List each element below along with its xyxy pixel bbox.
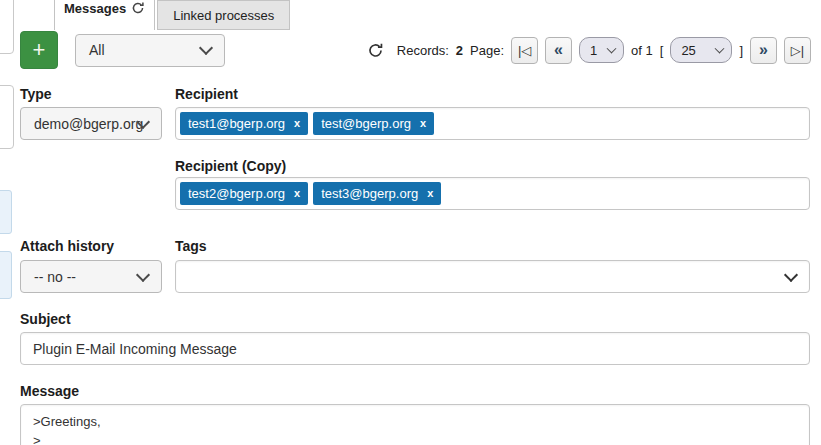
prev-page-icon: « <box>554 41 563 59</box>
tags-label: Tags <box>175 238 207 254</box>
tab-linked-processes-label: Linked processes <box>173 8 274 23</box>
recipient-copy-label: Recipient (Copy) <box>175 158 286 174</box>
page-select-value: 1 <box>590 43 597 58</box>
tab-messages-label: Messages <box>64 1 126 16</box>
chevron-down-icon <box>715 44 725 54</box>
prev-page-button[interactable]: « <box>545 37 572 64</box>
left-panel-fragment <box>0 190 12 234</box>
first-page-icon: |◁ <box>518 43 531 58</box>
recipient-copy-field[interactable]: test2@bgerp.org x test3@bgerp.org x <box>175 177 810 210</box>
tags-combobox[interactable] <box>175 260 810 293</box>
tab-messages[interactable]: Messages <box>54 0 155 30</box>
attach-history-select[interactable]: -- no -- <box>20 260 162 293</box>
left-panel-fragment <box>0 85 14 149</box>
chevron-down-icon <box>136 267 150 281</box>
bracket-open: [ <box>660 43 664 58</box>
chevron-down-icon <box>607 44 617 54</box>
next-page-button[interactable]: » <box>750 37 777 64</box>
recipient-field[interactable]: test1@bgerp.org x test@bgerp.org x <box>175 107 810 140</box>
subject-input[interactable] <box>20 332 810 365</box>
plus-icon: + <box>33 39 46 61</box>
subject-label: Subject <box>20 311 71 327</box>
recipient-tag-text: test1@bgerp.org <box>188 116 285 131</box>
recipient-tag: test@bgerp.org x <box>313 112 434 135</box>
first-page-button[interactable]: |◁ <box>511 37 538 64</box>
attach-history-value: -- no -- <box>34 269 76 285</box>
recipient-copy-tag: test3@bgerp.org x <box>313 182 441 205</box>
refresh-icon[interactable] <box>131 1 145 15</box>
type-select[interactable]: demo@bgerp.org <box>20 107 162 140</box>
next-page-icon: » <box>759 41 768 59</box>
message-textarea[interactable]: >Greetings, > <box>20 404 810 445</box>
filter-select[interactable]: All <box>75 34 225 67</box>
recipient-copy-tag-text: test2@bgerp.org <box>188 186 285 201</box>
remove-tag-icon[interactable]: x <box>294 188 300 199</box>
left-panel-fragment <box>0 0 14 54</box>
page-size-value: 25 <box>681 43 695 58</box>
type-select-value: demo@bgerp.org <box>34 116 143 132</box>
attach-history-label: Attach history <box>20 238 114 254</box>
recipient-label: Recipient <box>175 86 238 102</box>
tab-linked-processes[interactable]: Linked processes <box>157 0 290 30</box>
last-page-icon: ▷| <box>791 43 804 58</box>
remove-tag-icon[interactable]: x <box>294 118 300 129</box>
chevron-down-icon <box>784 267 798 281</box>
pagination-bar: Records: 2 Page: |◁ « 1 of 1 [ 25 ] » ▷| <box>367 37 811 64</box>
page-select[interactable]: 1 <box>579 37 624 63</box>
remove-tag-icon[interactable]: x <box>420 118 426 129</box>
recipient-copy-tag: test2@bgerp.org x <box>180 182 308 205</box>
chevron-down-icon <box>199 41 213 55</box>
add-button[interactable]: + <box>20 31 58 69</box>
recipient-tag: test1@bgerp.org x <box>180 112 308 135</box>
last-page-button[interactable]: ▷| <box>784 37 811 64</box>
remove-tag-icon[interactable]: x <box>427 188 433 199</box>
records-label: Records: <box>397 43 449 58</box>
filter-select-value: All <box>89 42 105 58</box>
refresh-icon[interactable] <box>367 42 384 59</box>
tab-bar: Messages Linked processes <box>54 0 290 30</box>
recipient-tag-text: test@bgerp.org <box>321 116 411 131</box>
records-count: 2 <box>456 43 463 58</box>
message-label: Message <box>20 383 79 399</box>
page-size-select[interactable]: 25 <box>670 37 732 63</box>
type-label: Type <box>20 86 52 102</box>
bracket-close: ] <box>739 43 743 58</box>
page-of-label: of 1 <box>631 43 653 58</box>
toolbar: + All Records: 2 Page: |◁ « 1 of 1 [ 25 … <box>20 32 811 68</box>
recipient-copy-tag-text: test3@bgerp.org <box>321 186 418 201</box>
left-panel-fragment <box>0 251 12 299</box>
page-label: Page: <box>470 43 504 58</box>
